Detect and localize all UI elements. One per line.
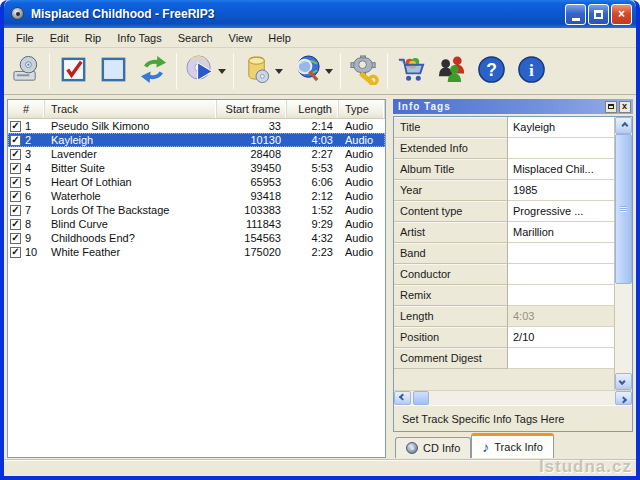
horizontal-scrollbar[interactable] xyxy=(394,390,632,405)
horizontal-scroll-thumb[interactable] xyxy=(413,391,429,405)
rip-play-button[interactable] xyxy=(180,50,220,92)
track-number: 5 xyxy=(25,176,31,188)
tab-cd-info[interactable]: CD Info xyxy=(395,437,471,458)
refresh-button[interactable] xyxy=(133,50,173,92)
track-checkbox[interactable] xyxy=(10,247,21,258)
track-checkbox[interactable] xyxy=(10,163,21,174)
info-tags-title: Info Tags xyxy=(398,101,603,112)
track-checkbox[interactable] xyxy=(10,177,21,188)
tab-track-info[interactable]: ♪ Track Info xyxy=(471,433,554,458)
track-start-frame: 154563 xyxy=(217,232,287,244)
field-value-input[interactable] xyxy=(508,285,614,306)
field-value-input[interactable]: 2/10 xyxy=(508,327,614,348)
rip-database-dropdown-arrow-icon[interactable] xyxy=(275,69,283,74)
search-dropdown-arrow-icon[interactable] xyxy=(325,69,333,74)
community-button[interactable] xyxy=(431,50,471,92)
menu-edit[interactable]: Edit xyxy=(42,30,77,46)
scroll-right-button[interactable] xyxy=(615,391,632,405)
load-cd-button[interactable] xyxy=(6,50,46,92)
table-row[interactable]: 6 Waterhole 93418 2:12 Audio xyxy=(8,189,385,203)
toolbar-separator xyxy=(176,53,177,89)
info-icon: i xyxy=(516,54,547,89)
track-number: 2 xyxy=(25,134,31,146)
maximize-button[interactable] xyxy=(588,4,609,25)
svg-text:?: ? xyxy=(486,60,497,80)
info-tags-titlebar[interactable]: Info Tags x xyxy=(393,99,633,114)
menu-info-tags[interactable]: Info Tags xyxy=(109,30,169,46)
field-value-input[interactable] xyxy=(508,138,614,159)
panel-restore-button[interactable] xyxy=(605,101,617,113)
minimize-button[interactable] xyxy=(565,4,586,25)
menu-help[interactable]: Help xyxy=(260,30,299,46)
field-value-input[interactable]: Misplaced Chil... xyxy=(508,159,614,180)
table-row[interactable]: 1 Pseudo Silk Kimono 33 2:14 Audio xyxy=(8,119,385,133)
select-all-button[interactable] xyxy=(53,50,93,92)
table-row[interactable]: 3 Lavender 28408 2:27 Audio xyxy=(8,147,385,161)
track-checkbox[interactable] xyxy=(10,121,21,132)
track-start-frame: 28408 xyxy=(217,148,287,160)
track-checkbox[interactable] xyxy=(10,191,21,202)
menu-rip[interactable]: Rip xyxy=(77,30,110,46)
menu-file[interactable]: File xyxy=(8,30,42,46)
scroll-down-button[interactable] xyxy=(615,373,632,390)
track-checkbox[interactable] xyxy=(10,205,21,216)
track-type: Audio xyxy=(339,148,385,160)
column-header-num[interactable]: # xyxy=(8,100,45,118)
settings-button[interactable] xyxy=(344,50,384,92)
track-length: 9:29 xyxy=(287,218,339,230)
track-type: Audio xyxy=(339,218,385,230)
shop-button[interactable] xyxy=(391,50,431,92)
about-button[interactable]: i xyxy=(511,50,551,92)
field-value-input[interactable] xyxy=(508,264,614,285)
search-globe-icon xyxy=(292,54,323,89)
field-label: Artist xyxy=(394,222,508,243)
field-value-input[interactable]: Kayleigh xyxy=(508,117,614,138)
help-icon: ? xyxy=(476,54,507,89)
track-type: Audio xyxy=(339,162,385,174)
scroll-up-button[interactable] xyxy=(615,117,632,134)
rip-database-button[interactable] xyxy=(237,50,277,92)
panel-close-button[interactable]: x xyxy=(619,101,631,113)
table-row[interactable]: 9 Childhoods End? 154563 4:32 Audio xyxy=(8,231,385,245)
field-value-input[interactable] xyxy=(508,348,614,369)
deselect-all-button[interactable] xyxy=(93,50,133,92)
shopping-cart-icon xyxy=(396,54,427,89)
track-checkbox[interactable] xyxy=(10,219,21,230)
table-row[interactable]: 7 Lords Of The Backstage 103383 1:52 Aud… xyxy=(8,203,385,217)
column-header-length[interactable]: Length xyxy=(287,100,339,118)
track-length: 2:14 xyxy=(287,120,339,132)
panel-splitter[interactable] xyxy=(386,99,393,458)
track-length: 4:32 xyxy=(287,232,339,244)
titlebar[interactable]: Misplaced Childhood - FreeRIP3 × xyxy=(4,0,636,28)
tab-label: CD Info xyxy=(423,442,460,454)
track-start-frame: 39450 xyxy=(217,162,287,174)
track-checkbox[interactable] xyxy=(10,135,21,146)
column-header-track[interactable]: Track xyxy=(45,100,217,118)
field-value-input[interactable]: Marillion xyxy=(508,222,614,243)
track-title: White Feather xyxy=(45,246,217,258)
field-value-input[interactable] xyxy=(508,243,614,264)
field-value-input[interactable]: 1985 xyxy=(508,180,614,201)
track-checkbox[interactable] xyxy=(10,233,21,244)
table-row[interactable]: 4 Bitter Suite 39450 5:53 Audio xyxy=(8,161,385,175)
menu-view[interactable]: View xyxy=(221,30,261,46)
table-row[interactable]: 10 White Feather 175020 2:23 Audio xyxy=(8,245,385,259)
track-checkbox[interactable] xyxy=(10,149,21,160)
menu-search[interactable]: Search xyxy=(170,30,221,46)
vertical-scroll-thumb[interactable] xyxy=(615,134,632,284)
column-header-type[interactable]: Type xyxy=(339,100,385,118)
table-row[interactable]: 8 Blind Curve 111843 9:29 Audio xyxy=(8,217,385,231)
field-value-input[interactable]: Progressive ... xyxy=(508,201,614,222)
field-row-comment-digest: Comment Digest xyxy=(394,348,614,369)
table-row[interactable]: 5 Heart Of Lothian 65953 6:06 Audio xyxy=(8,175,385,189)
vertical-scrollbar[interactable] xyxy=(615,117,632,390)
help-button[interactable]: ? xyxy=(471,50,511,92)
rip-play-dropdown-arrow-icon[interactable] xyxy=(218,69,226,74)
gear-wrench-icon xyxy=(349,54,380,89)
column-header-start-frame[interactable]: Start frame xyxy=(217,100,287,118)
scroll-left-button[interactable] xyxy=(394,391,411,405)
table-row-selected[interactable]: 2 Kayleigh 10130 4:03 Audio xyxy=(8,133,385,147)
field-label: Extended Info xyxy=(394,138,508,159)
close-button[interactable]: × xyxy=(611,4,632,25)
search-button[interactable] xyxy=(287,50,327,92)
